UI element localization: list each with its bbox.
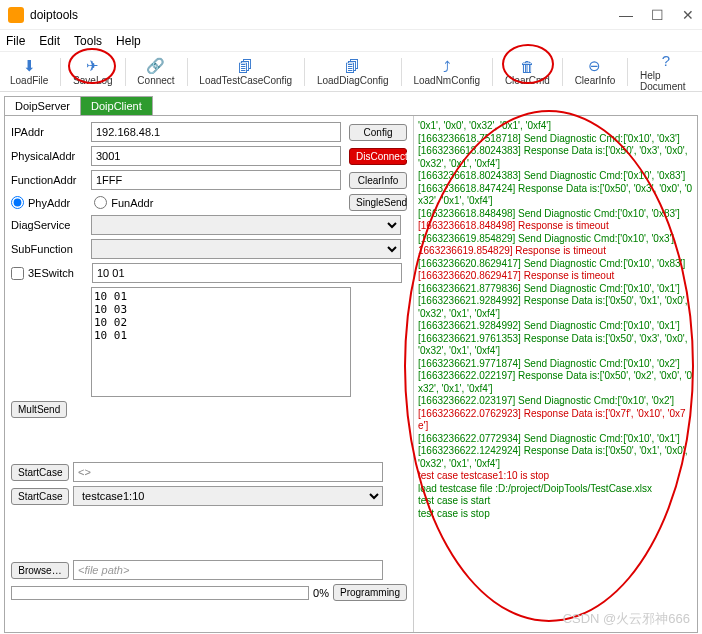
- main-panel: IPAddr Config PhysicalAddr DisConnect Fu…: [4, 115, 698, 633]
- funcaddr-label: FunctionAddr: [11, 174, 87, 186]
- browse-button[interactable]: Browse…: [11, 562, 69, 579]
- menu-edit[interactable]: Edit: [39, 34, 60, 48]
- physaddr-input[interactable]: [91, 146, 341, 166]
- clearinfo-icon: ⊖: [586, 57, 604, 75]
- toolbar-loadtestcaseconfig[interactable]: 🗐LoadTestCaseConfig: [193, 55, 298, 88]
- tab-doipserver[interactable]: DoipServer: [4, 96, 81, 115]
- toolbar-loaddiagconfig[interactable]: 🗐LoadDiagConfig: [311, 55, 395, 88]
- window-title: doiptools: [30, 8, 619, 22]
- clearinfo-button[interactable]: ClearInfo: [349, 172, 407, 189]
- disconnect-button[interactable]: DisConnect: [349, 148, 407, 165]
- close-button[interactable]: ✕: [682, 7, 694, 23]
- case-one-input[interactable]: [73, 462, 383, 482]
- toolbar-help document[interactable]: ?Help Document: [634, 50, 698, 94]
- toolbar-loadfile[interactable]: ⬇LoadFile: [4, 55, 54, 88]
- toolbar-clearinfo[interactable]: ⊖ClearInfo: [569, 55, 622, 88]
- startcase-button[interactable]: StartCase: [11, 464, 69, 481]
- toolbar-savelog[interactable]: ✈SaveLog: [67, 55, 118, 88]
- subfunction-select[interactable]: [91, 239, 401, 259]
- funaddr-label: FunAddr: [111, 197, 153, 209]
- maximize-button[interactable]: ☐: [651, 7, 664, 23]
- programming-button[interactable]: Programming: [333, 584, 407, 601]
- connect-icon: 🔗: [147, 57, 165, 75]
- ipaddr-input[interactable]: [91, 122, 341, 142]
- 3eswitch-checkbox[interactable]: [11, 267, 24, 280]
- funcaddr-input[interactable]: [91, 170, 341, 190]
- tab-strip: DoipServer DoipClient: [4, 96, 702, 115]
- log-panel: '0x1', '0x0', '0x32', '0x1', '0xf4'][166…: [413, 116, 697, 632]
- phyaddr-label: PhyAddr: [28, 197, 70, 209]
- savelog-icon: ✈: [84, 57, 102, 75]
- toolbar-loadnmconfig[interactable]: ⤴LoadNmConfig: [407, 55, 486, 88]
- progress-pct: 0%: [313, 587, 329, 599]
- watermark: CSDN @火云邪神666: [563, 610, 690, 628]
- diagservice-label: DiagService: [11, 219, 87, 231]
- startcase2-button[interactable]: StartCase: [11, 488, 69, 505]
- cmd-list[interactable]: 10 01 10 03 10 02 10 01: [91, 287, 351, 397]
- progress-bar: [11, 586, 309, 600]
- left-panel: IPAddr Config PhysicalAddr DisConnect Fu…: [5, 116, 413, 632]
- tab-doipclient[interactable]: DoipClient: [80, 96, 153, 115]
- app-icon: [8, 7, 24, 23]
- funaddr-radio[interactable]: [94, 196, 107, 209]
- ipaddr-label: IPAddr: [11, 126, 87, 138]
- loadnmconfig-icon: ⤴: [438, 57, 456, 75]
- menu-file[interactable]: File: [6, 34, 25, 48]
- menu-help[interactable]: Help: [116, 34, 141, 48]
- loadtestcaseconfig-icon: 🗐: [237, 57, 255, 75]
- log-content: '0x1', '0x0', '0x32', '0x1', '0xf4'][166…: [416, 118, 695, 630]
- physaddr-label: PhysicalAddr: [11, 150, 87, 162]
- phyaddr-radio[interactable]: [11, 196, 24, 209]
- filepath-input[interactable]: [73, 560, 383, 580]
- help document-icon: ?: [657, 52, 675, 70]
- toolbar-connect[interactable]: 🔗Connect: [131, 55, 180, 88]
- diagservice-select[interactable]: [91, 215, 401, 235]
- minimize-button[interactable]: —: [619, 7, 633, 23]
- loadfile-icon: ⬇: [20, 57, 38, 75]
- case-two-select[interactable]: testcase1:10: [73, 486, 383, 506]
- singlesend-button[interactable]: SingleSend: [349, 194, 407, 211]
- toolbar-clearcmd[interactable]: 🗑ClearCmd: [499, 55, 556, 88]
- 3eswitch-label: 3ESwitch: [28, 267, 88, 279]
- clearcmd-icon: 🗑: [518, 57, 536, 75]
- multsend-button[interactable]: MultSend: [11, 401, 67, 418]
- menubar: File Edit Tools Help: [0, 30, 702, 52]
- config-button[interactable]: Config: [349, 124, 407, 141]
- loaddiagconfig-icon: 🗐: [344, 57, 362, 75]
- 3eswitch-input[interactable]: [92, 263, 402, 283]
- subfunction-label: SubFunction: [11, 243, 87, 255]
- menu-tools[interactable]: Tools: [74, 34, 102, 48]
- titlebar: doiptools — ☐ ✕: [0, 0, 702, 30]
- toolbar: ⬇LoadFile✈SaveLog🔗Connect🗐LoadTestCaseCo…: [0, 52, 702, 92]
